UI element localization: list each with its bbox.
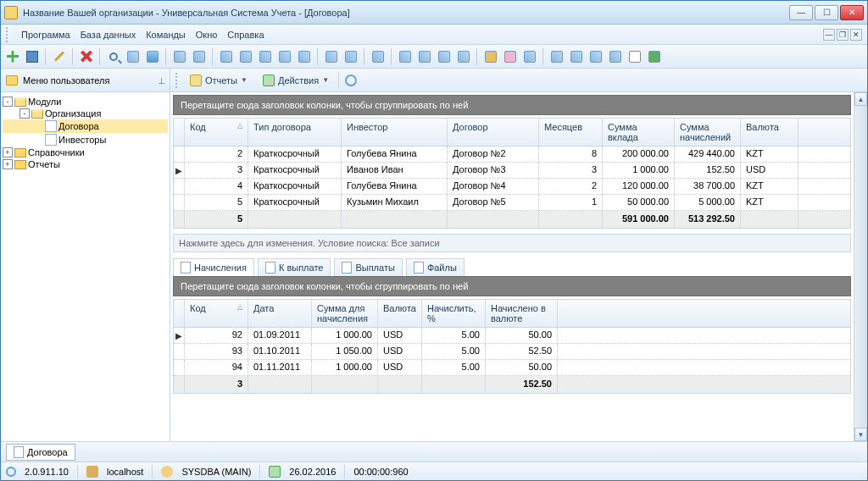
col-type[interactable]: Тип договора — [248, 119, 342, 146]
table-row[interactable]: 4КраткосрочныйГолубева ЯнинаДоговор №421… — [174, 179, 850, 195]
col-code[interactable]: Код△ — [185, 119, 248, 146]
sidebar-title: Меню пользователя — [23, 75, 109, 86]
grid-accruals: Код△ Дата Сумма для начисления Валюта На… — [173, 299, 851, 394]
play-button[interactable] — [607, 48, 624, 65]
reports-dropdown[interactable]: Отчеты▼ — [184, 72, 253, 89]
col2-currency[interactable]: Валюта — [378, 300, 422, 327]
add-button[interactable] — [4, 48, 21, 65]
tool-2[interactable] — [191, 48, 208, 65]
calc-button[interactable] — [548, 48, 565, 65]
tool-7[interactable] — [296, 48, 313, 65]
tool-10[interactable] — [370, 48, 387, 65]
lock-button[interactable] — [482, 48, 499, 65]
table-row[interactable]: 9301.10.20111 050.00USD5.0052.50 — [174, 344, 850, 360]
menu-help[interactable]: Справка — [227, 30, 264, 40]
tree-node-organization[interactable]: -Организация — [3, 108, 168, 119]
globe-icon — [6, 467, 16, 477]
tab-files[interactable]: Файлы — [406, 258, 465, 276]
tab-topay[interactable]: К выплате — [258, 258, 331, 276]
nav-tree: -Модули -Организация Договора Инвесторы … — [1, 92, 170, 441]
scroll-up-icon[interactable]: ▲ — [854, 92, 867, 106]
tree-node-modules[interactable]: -Модули — [3, 96, 168, 108]
table-row[interactable]: 2КраткосрочныйГолубева ЯнинаДоговор №282… — [174, 147, 850, 163]
pin-icon[interactable]: ⟂ — [159, 75, 164, 86]
close-button[interactable]: ✕ — [840, 5, 864, 20]
edit-button[interactable] — [51, 48, 68, 65]
menu-commands[interactable]: Команды — [146, 30, 186, 40]
col-contract[interactable]: Договор — [448, 119, 539, 146]
status-host: localhost — [107, 467, 143, 477]
col2-accrued[interactable]: Начислено в валюте — [486, 300, 558, 327]
table-row[interactable]: 9401.11.20111 000.00USD5.0050.00 — [174, 360, 850, 376]
tool-11[interactable] — [397, 48, 414, 65]
col-accrual[interactable]: Сумма начислений — [675, 119, 741, 146]
col-deposit[interactable]: Сумма вклада — [603, 119, 675, 146]
menubar-handle[interactable] — [6, 27, 11, 42]
col-months[interactable]: Месяцев — [539, 119, 603, 146]
users-button[interactable] — [502, 48, 519, 65]
tree-node-references[interactable]: +Справочники — [3, 147, 168, 158]
status-user: SYSDBA (MAIN) — [181, 467, 251, 477]
sidebar-header: Меню пользователя ⟂ — [1, 69, 170, 91]
col-currency[interactable]: Валюта — [741, 119, 798, 146]
status-time: 00:00:00:960 — [353, 467, 408, 477]
actions-handle[interactable] — [175, 73, 181, 88]
scroll-down-icon[interactable]: ▼ — [854, 428, 867, 441]
mdi-minimize-button[interactable]: — — [823, 29, 835, 41]
mdi-restore-button[interactable]: ❐ — [837, 29, 849, 41]
menu-window[interactable]: Окно — [196, 30, 218, 40]
tool-5[interactable] — [257, 48, 274, 65]
tool-8[interactable] — [323, 48, 340, 65]
detail-tabs: Начисления К выплате Выплаты Файлы — [173, 258, 851, 276]
tab-payments[interactable]: Выплаты — [334, 258, 402, 276]
taskbar-tab-contracts[interactable]: Договора — [6, 444, 75, 461]
tree-node-contracts[interactable]: Договора — [3, 119, 168, 133]
groupbar-top[interactable]: Перетащите сюда заголовок колонки, чтобы… — [173, 95, 851, 115]
menubar: Программа База данных Команды Окно Справ… — [1, 25, 867, 45]
menu-database[interactable]: База данных — [81, 30, 136, 40]
tab-accruals[interactable]: Начисления — [173, 258, 254, 276]
clock-button[interactable] — [342, 72, 359, 89]
col2-sum[interactable]: Сумма для начисления — [312, 300, 378, 327]
maximize-button[interactable]: ☐ — [815, 5, 838, 20]
tool-12[interactable] — [416, 48, 433, 65]
tool-14[interactable] — [455, 48, 472, 65]
menu-program[interactable]: Программа — [21, 30, 70, 40]
search-button[interactable] — [105, 48, 122, 65]
groupbar-detail[interactable]: Перетащите сюда заголовок колонки, чтобы… — [173, 276, 851, 296]
grid2-header: Код△ Дата Сумма для начисления Валюта На… — [174, 300, 850, 328]
tool-15[interactable] — [521, 48, 538, 65]
actions-dropdown[interactable]: Действия▼ — [257, 72, 335, 89]
grid-header: Код△ Тип договора Инвестор Договор Месяц… — [174, 119, 850, 147]
copy-button[interactable] — [24, 48, 41, 65]
mdi-close-button[interactable]: ✕ — [850, 29, 862, 41]
calendar-button[interactable] — [568, 48, 585, 65]
tree-node-investors[interactable]: Инвесторы — [3, 133, 168, 147]
col2-code[interactable]: Код△ — [185, 300, 248, 327]
table-row[interactable]: ▶9201.09.20111 000.00USD5.0050.00 — [174, 328, 850, 344]
table-row[interactable]: 5КраткосрочныйКузьмин МихаилДоговор №515… — [174, 195, 850, 211]
tree-node-reports[interactable]: +Отчеты — [3, 158, 168, 170]
funnel-button[interactable] — [144, 48, 161, 65]
tool-1[interactable] — [171, 48, 188, 65]
tool-6[interactable] — [276, 48, 293, 65]
col-investor[interactable]: Инвестор — [342, 119, 448, 146]
tool-3[interactable] — [218, 48, 235, 65]
col2-pct[interactable]: Начислить, % — [422, 300, 486, 327]
table-row[interactable]: ▶3КраткосрочныйИванов ИванДоговор №331 0… — [174, 163, 850, 179]
refresh-button[interactable] — [646, 48, 663, 65]
col2-date[interactable]: Дата — [248, 300, 312, 327]
print-button[interactable] — [587, 48, 604, 65]
tool-13[interactable] — [436, 48, 453, 65]
tool-4[interactable] — [237, 48, 254, 65]
quickfilter-button[interactable] — [125, 48, 142, 65]
folder-icon — [6, 75, 18, 86]
vscrollbar[interactable]: ▲ ▼ — [854, 92, 867, 441]
filter-bar[interactable]: Нажмите здесь для изменения. Условие пои… — [173, 234, 851, 252]
tool-9[interactable] — [342, 48, 359, 65]
book-button[interactable] — [626, 48, 643, 65]
user-icon — [161, 466, 173, 478]
minimize-button[interactable]: — — [789, 5, 813, 20]
main-toolbar — [1, 45, 867, 69]
delete-button[interactable] — [78, 48, 95, 65]
